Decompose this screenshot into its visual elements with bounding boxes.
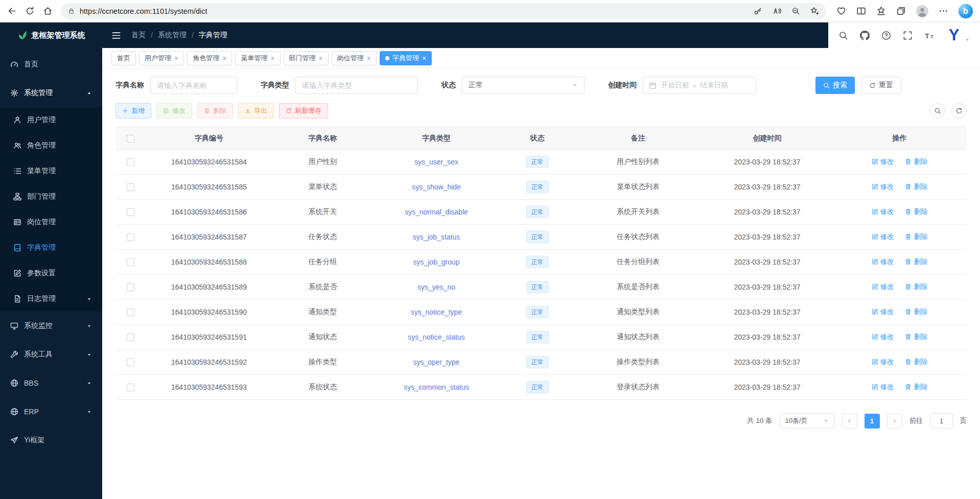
row-checkbox[interactable] xyxy=(127,158,134,166)
sidebar-item-user-mgmt[interactable]: 用户管理 xyxy=(0,107,102,133)
refresh-table-button[interactable] xyxy=(951,103,967,118)
tab-close-icon[interactable]: × xyxy=(367,55,371,62)
browser-home-icon[interactable] xyxy=(43,6,53,16)
dict-type-link[interactable]: sys_oper_type xyxy=(413,358,459,366)
sidebar-item-dept-mgmt[interactable]: 部门管理 xyxy=(0,184,102,209)
page-size-select[interactable]: 10条/页 xyxy=(780,413,835,429)
row-edit-link[interactable]: 修改 xyxy=(872,307,894,317)
dict-type-link[interactable]: sys_normal_disable xyxy=(405,208,468,216)
key-icon[interactable] xyxy=(754,7,762,15)
dict-type-input[interactable] xyxy=(295,77,418,94)
next-page-button[interactable] xyxy=(887,414,902,429)
dict-type-link[interactable]: sys_user_sex xyxy=(414,158,458,166)
font-size-icon[interactable]: TT xyxy=(924,31,934,40)
row-checkbox[interactable] xyxy=(127,359,134,366)
row-delete-link[interactable]: 删除 xyxy=(905,207,927,217)
bing-icon[interactable]: b xyxy=(959,4,973,18)
more-options-icon[interactable] xyxy=(939,6,948,16)
row-delete-link[interactable]: 删除 xyxy=(905,383,927,392)
row-delete-link[interactable]: 删除 xyxy=(905,232,927,242)
dict-type-link[interactable]: sys_job_group xyxy=(413,258,459,266)
sidebar-item-system-monitor[interactable]: 系统监控 xyxy=(0,312,102,340)
add-button[interactable]: 新增 xyxy=(115,103,151,118)
fullscreen-icon[interactable] xyxy=(903,31,913,40)
row-edit-link[interactable]: 修改 xyxy=(872,157,894,167)
row-edit-link[interactable]: 修改 xyxy=(872,232,894,242)
split-icon[interactable] xyxy=(856,6,866,16)
dict-type-link[interactable]: sys_yes_no xyxy=(417,283,455,291)
sidebar-item-yi-framework[interactable]: Yi框架 xyxy=(0,426,102,455)
row-checkbox[interactable] xyxy=(127,233,134,241)
status-select[interactable]: 正常 xyxy=(462,77,585,94)
sidebar-item-bbs[interactable]: BBS xyxy=(0,369,102,397)
row-delete-link[interactable]: 删除 xyxy=(905,182,927,192)
dict-type-link[interactable]: sys_common_status xyxy=(404,383,469,391)
refresh-cache-button[interactable]: 刷新缓存 xyxy=(279,103,328,118)
row-checkbox[interactable] xyxy=(127,334,134,341)
question-icon[interactable] xyxy=(881,31,891,40)
search-icon[interactable] xyxy=(838,31,848,40)
breadcrumb-home[interactable]: 首页 xyxy=(131,31,146,40)
sidebar-item-erp[interactable]: ERP xyxy=(0,397,102,426)
row-edit-link[interactable]: 修改 xyxy=(872,207,894,217)
row-checkbox[interactable] xyxy=(127,283,134,291)
profile-avatar[interactable] xyxy=(916,5,928,17)
tab-dept-mgmt[interactable]: 部门管理× xyxy=(284,51,329,65)
row-delete-link[interactable]: 删除 xyxy=(905,307,927,317)
sidebar-item-system-mgmt[interactable]: 系统管理 xyxy=(0,79,102,107)
row-checkbox[interactable] xyxy=(127,258,134,266)
row-edit-link[interactable]: 修改 xyxy=(872,383,894,392)
row-edit-link[interactable]: 修改 xyxy=(872,332,894,342)
row-checkbox[interactable] xyxy=(127,183,134,191)
sidebar-item-menu-mgmt[interactable]: 菜单管理 xyxy=(0,158,102,184)
avatar-caret-icon[interactable] xyxy=(965,37,970,42)
dict-type-link[interactable]: sys_notice_status xyxy=(408,333,464,341)
star-add-icon[interactable] xyxy=(810,7,819,15)
dict-type-link[interactable]: sys_notice_type xyxy=(411,308,462,316)
row-delete-link[interactable]: 删除 xyxy=(905,332,927,342)
prev-page-button[interactable] xyxy=(842,414,857,429)
sidebar-item-system-tools[interactable]: 系统工具 xyxy=(0,340,102,369)
row-edit-link[interactable]: 修改 xyxy=(872,182,894,192)
breadcrumb-system[interactable]: 系统管理 xyxy=(158,31,186,40)
user-avatar-logo[interactable]: Y xyxy=(944,26,963,44)
export-button[interactable]: 导出 xyxy=(238,103,274,118)
url-text[interactable]: https://ccnetcore.com:1101/system/dict xyxy=(80,7,207,15)
zoom-out-icon[interactable] xyxy=(791,7,800,15)
browser-reload-icon[interactable] xyxy=(25,6,35,16)
delete-button[interactable]: 删除 xyxy=(197,103,233,118)
lock-icon[interactable] xyxy=(68,8,75,14)
row-delete-link[interactable]: 删除 xyxy=(905,358,927,367)
tab-close-icon[interactable]: × xyxy=(422,55,426,62)
tab-menu-mgmt[interactable]: 菜单管理× xyxy=(235,51,280,65)
sidebar-item-post-mgmt[interactable]: 岗位管理 xyxy=(0,209,102,235)
tab-close-icon[interactable]: × xyxy=(270,55,274,62)
essentials-icon[interactable] xyxy=(836,6,846,16)
row-edit-link[interactable]: 修改 xyxy=(872,257,894,267)
collections-icon[interactable] xyxy=(896,6,906,16)
sidebar-toggle-icon[interactable] xyxy=(111,31,121,40)
row-edit-link[interactable]: 修改 xyxy=(872,358,894,367)
row-checkbox[interactable] xyxy=(127,384,134,391)
sidebar-item-dict-mgmt[interactable]: 字典管理 xyxy=(0,235,102,260)
row-delete-link[interactable]: 删除 xyxy=(905,257,927,267)
tab-close-icon[interactable]: × xyxy=(222,55,226,62)
tab-post-mgmt[interactable]: 岗位管理× xyxy=(332,51,377,65)
row-delete-link[interactable]: 删除 xyxy=(905,157,927,167)
row-checkbox[interactable] xyxy=(127,208,134,216)
date-range-picker[interactable]: 开始日期 - 结束日期 xyxy=(643,77,756,94)
tab-role-mgmt[interactable]: 角色管理× xyxy=(187,51,232,65)
tab-dict-mgmt[interactable]: 字典管理× xyxy=(380,51,432,65)
sidebar-item-log-mgmt[interactable]: 日志管理 xyxy=(0,286,102,312)
tab-close-icon[interactable]: × xyxy=(319,55,323,62)
tab-close-icon[interactable]: × xyxy=(174,55,178,62)
goto-page-input[interactable] xyxy=(930,413,953,429)
read-aloud-icon[interactable] xyxy=(773,7,781,15)
sidebar-item-role-mgmt[interactable]: 角色管理 xyxy=(0,133,102,158)
github-icon[interactable] xyxy=(860,31,870,40)
sidebar-item-home[interactable]: 首页 xyxy=(0,50,102,79)
search-button[interactable]: 搜索 xyxy=(815,77,855,94)
dict-name-input[interactable] xyxy=(150,77,237,94)
row-edit-link[interactable]: 修改 xyxy=(872,282,894,292)
tab-home[interactable]: 首页 xyxy=(111,51,136,65)
